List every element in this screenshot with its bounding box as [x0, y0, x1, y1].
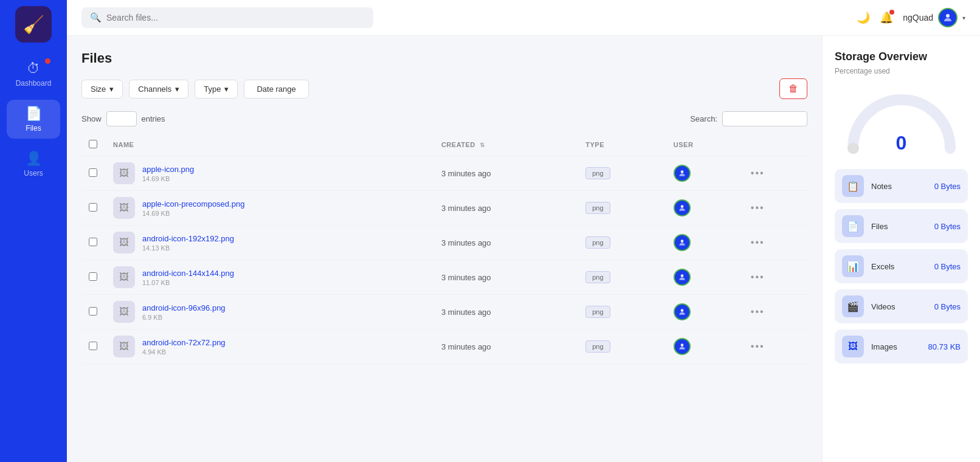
- table-controls: Show 10 entries Search:: [81, 111, 807, 126]
- file-name[interactable]: android-icon-192x192.png: [142, 234, 234, 243]
- theme-toggle[interactable]: 🌙: [857, 11, 870, 24]
- storage-label-files: Files: [871, 222, 927, 231]
- file-size: 11.07 KB: [142, 279, 234, 286]
- storage-item-excels[interactable]: 📊 Excels 0 Bytes: [835, 249, 968, 283]
- file-thumbnail: 🖼: [113, 162, 135, 184]
- channels-filter-button[interactable]: Channels ▾: [129, 80, 188, 98]
- file-name-cell: 🖼 apple-icon-precomposed.png 14.69 KB: [113, 197, 427, 219]
- svg-point-4: [680, 274, 683, 277]
- storage-icon-excels: 📊: [842, 255, 864, 277]
- svg-point-6: [680, 343, 683, 346]
- row-checkbox[interactable]: [89, 307, 97, 315]
- panel-subtitle: Percentage used: [835, 67, 968, 75]
- date-range-label: Date range: [257, 84, 295, 94]
- col-created: CREATED ⇅: [434, 134, 578, 156]
- row-checkbox[interactable]: [89, 342, 97, 350]
- size-filter-button[interactable]: Size ▾: [81, 80, 123, 98]
- files-table: NAME CREATED ⇅ TYPE USER 🖼 apple-icon.pn…: [81, 134, 807, 364]
- header: 🔍 🌙 🔔 ngQuad ▾: [67, 0, 980, 36]
- entries-input[interactable]: 10: [106, 111, 137, 126]
- table-row: 🖼 apple-icon-precomposed.png 14.69 KB 3 …: [81, 191, 807, 226]
- table-row: 🖼 android-icon-96x96.png 6.9 KB 3 minute…: [81, 295, 807, 329]
- storage-items-list: 📋 Notes 0 Bytes 📄 Files 0 Bytes 📊 Excels…: [835, 169, 968, 364]
- username-label: ngQuad: [903, 13, 933, 22]
- table-search-input[interactable]: [722, 111, 807, 126]
- table-search: Search:: [690, 111, 807, 126]
- date-range-button[interactable]: Date range: [244, 80, 308, 98]
- file-name[interactable]: android-icon-96x96.png: [142, 303, 226, 312]
- type-filter-button[interactable]: Type ▾: [195, 80, 238, 98]
- storage-item-videos[interactable]: 🎬 Videos 0 Bytes: [835, 289, 968, 323]
- row-checkbox[interactable]: [89, 203, 97, 212]
- col-user: USER: [666, 134, 744, 156]
- storage-label-notes: Notes: [871, 182, 927, 191]
- storage-icon-notes: 📋: [842, 175, 864, 197]
- file-name-cell: 🖼 android-icon-192x192.png 14.13 KB: [113, 232, 427, 253]
- header-actions: 🌙 🔔 ngQuad ▾: [857, 8, 965, 27]
- sidebar: 🧹 ⏱ Dashboard 📄 Files 👤 Users: [0, 0, 67, 462]
- notification-dot: [889, 10, 894, 15]
- search-icon: 🔍: [90, 12, 102, 23]
- right-panel: Storage Overview Percentage used 0 📋 Not…: [822, 36, 980, 462]
- main-area: 🔍 🌙 🔔 ngQuad ▾ Files: [67, 0, 980, 462]
- storage-size-excels: 0 Bytes: [934, 262, 961, 271]
- sidebar-item-label-files: Files: [26, 124, 41, 133]
- more-options-button[interactable]: •••: [751, 272, 765, 282]
- user-menu[interactable]: ngQuad ▾: [903, 8, 965, 27]
- file-size: 14.13 KB: [142, 244, 234, 252]
- user-avatar: [674, 338, 691, 355]
- file-name[interactable]: android-icon-144x144.png: [142, 269, 234, 278]
- file-name[interactable]: android-icon-72x72.png: [142, 338, 226, 347]
- sidebar-item-label-dashboard: Dashboard: [16, 79, 52, 88]
- file-thumbnail: 🖼: [113, 266, 135, 288]
- storage-item-notes[interactable]: 📋 Notes 0 Bytes: [835, 169, 968, 203]
- sidebar-item-files[interactable]: 📄 Files: [7, 100, 60, 139]
- storage-size-notes: 0 Bytes: [934, 182, 961, 191]
- table-row: 🖼 android-icon-192x192.png 14.13 KB 3 mi…: [81, 226, 807, 260]
- sidebar-item-label-users: Users: [24, 169, 43, 178]
- search-bar[interactable]: 🔍: [81, 7, 373, 28]
- more-options-button[interactable]: •••: [751, 202, 765, 213]
- file-name[interactable]: apple-icon.png: [142, 165, 194, 174]
- size-filter-label: Size: [91, 84, 106, 94]
- main-content: Files Size ▾ Channels ▾ Type ▾ Date rang…: [67, 36, 822, 462]
- sidebar-item-dashboard[interactable]: ⏱ Dashboard: [7, 55, 60, 94]
- page-title: Files: [81, 50, 807, 66]
- more-options-button[interactable]: •••: [751, 168, 765, 178]
- search-input[interactable]: [106, 13, 365, 22]
- more-options-button[interactable]: •••: [751, 341, 765, 351]
- show-label: Show: [81, 114, 102, 123]
- channels-chevron-icon: ▾: [175, 84, 179, 94]
- storage-item-images[interactable]: 🖼 Images 80.73 KB: [835, 329, 968, 364]
- dashboard-icon: ⏱: [27, 61, 40, 77]
- select-all-checkbox[interactable]: [89, 140, 97, 148]
- app-logo[interactable]: 🧹: [15, 6, 52, 43]
- file-size: 6.9 KB: [142, 314, 226, 321]
- storage-item-files[interactable]: 📄 Files 0 Bytes: [835, 209, 968, 243]
- file-created: 3 minutes ago: [434, 329, 578, 364]
- sidebar-item-users[interactable]: 👤 Users: [7, 145, 60, 184]
- user-avatar: [674, 199, 691, 216]
- channels-filter-label: Channels: [138, 84, 171, 94]
- type-badge: png: [585, 340, 610, 353]
- row-checkbox[interactable]: [89, 168, 97, 177]
- file-name-cell: 🖼 apple-icon.png 14.69 KB: [113, 162, 427, 184]
- entries-label: entries: [142, 114, 165, 123]
- more-options-button[interactable]: •••: [751, 237, 765, 247]
- panel-title: Storage Overview: [835, 50, 968, 63]
- search-label: Search:: [690, 114, 717, 123]
- more-options-button[interactable]: •••: [751, 306, 765, 317]
- gauge-value: 0: [896, 132, 907, 154]
- col-type: TYPE: [578, 134, 666, 156]
- delete-button[interactable]: 🗑: [779, 78, 807, 99]
- type-chevron-icon: ▾: [224, 84, 229, 94]
- row-checkbox[interactable]: [89, 238, 97, 246]
- filter-bar: Size ▾ Channels ▾ Type ▾ Date range 🗑: [81, 78, 807, 99]
- file-thumbnail: 🖼: [113, 301, 135, 323]
- storage-icon-files: 📄: [842, 215, 864, 237]
- row-checkbox[interactable]: [89, 272, 97, 281]
- svg-point-3: [680, 240, 683, 243]
- file-name[interactable]: apple-icon-precomposed.png: [142, 199, 244, 209]
- table-row: 🖼 android-icon-144x144.png 11.07 KB 3 mi…: [81, 260, 807, 295]
- notification-bell[interactable]: 🔔: [880, 11, 893, 24]
